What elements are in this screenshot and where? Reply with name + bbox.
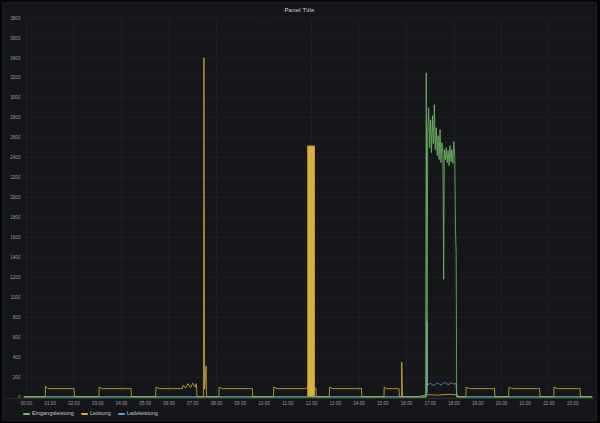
chart-legend: Eingangsleistung Leistung Ladeleistung [23, 409, 158, 418]
y-tick-label: 1000 [10, 295, 21, 300]
y-tick-label: 1800 [10, 215, 21, 220]
y-tick-label: 2800 [10, 115, 21, 120]
x-tick-label: 14:00 [353, 401, 365, 406]
y-tick-label: 800 [13, 315, 21, 320]
y-tick-label: 3000 [10, 95, 21, 100]
y-tick-label: 600 [13, 335, 21, 340]
y-tick-label: 3200 [10, 75, 21, 80]
x-tick-label: 19:00 [472, 401, 484, 406]
legend-label: Eingangsleistung [32, 411, 74, 417]
x-tick-label: 17:00 [425, 401, 437, 406]
y-tick-label: 2200 [10, 175, 21, 180]
y-tick-label: 2600 [10, 135, 21, 140]
x-tick-label: 00:00 [21, 401, 33, 406]
y-tick-label: 3600 [10, 36, 21, 41]
grafana-panel: Panel Title 0200400600800100012001400160… [2, 2, 597, 421]
legend-swatch-yellow-icon [81, 413, 88, 415]
x-tick-label: 16:00 [401, 401, 413, 406]
x-tick-label: 13:00 [330, 401, 342, 406]
x-tick-label: 05:00 [140, 401, 152, 406]
x-tick-label: 23:00 [567, 401, 579, 406]
legend-item-leistung[interactable]: Leistung [81, 411, 111, 417]
legend-item-eingangsleistung[interactable]: Eingangsleistung [23, 411, 74, 417]
y-tick-label: 200 [13, 375, 21, 380]
y-tick-label: 400 [13, 355, 21, 360]
x-tick-label: 20:00 [496, 401, 508, 406]
x-tick-label: 12:00 [306, 401, 318, 406]
legend-label: Leistung [90, 411, 111, 417]
y-tick-label: 1200 [10, 275, 21, 280]
x-tick-label: 01:00 [45, 401, 57, 406]
y-tick-label: 2000 [10, 195, 21, 200]
x-tick-label: 15:00 [377, 401, 389, 406]
chart-canvas: 0200400600800100012001400160018002000220… [3, 3, 596, 420]
x-tick-label: 09:00 [235, 401, 247, 406]
chart-plot-area[interactable] [23, 18, 593, 397]
screenshot-frame: Panel Title 0200400600800100012001400160… [0, 0, 600, 423]
x-tick-label: 18:00 [448, 401, 460, 406]
x-tick-label: 03:00 [92, 401, 104, 406]
y-tick-label: 3800 [10, 16, 21, 21]
x-tick-label: 22:00 [543, 401, 555, 406]
x-tick-label: 06:00 [163, 401, 175, 406]
legend-swatch-blue-icon [118, 413, 125, 415]
y-tick-label: 2400 [10, 155, 21, 160]
y-tick-label: 1400 [10, 255, 21, 260]
x-tick-label: 07:00 [187, 401, 199, 406]
x-tick-label: 04:00 [116, 401, 128, 406]
legend-item-ladeleistung[interactable]: Ladeleistung [118, 411, 158, 417]
y-tick-label: 3400 [10, 56, 21, 61]
x-tick-label: 08:00 [211, 401, 223, 406]
x-tick-label: 11:00 [282, 401, 294, 406]
y-tick-label: 1600 [10, 235, 21, 240]
x-tick-label: 21:00 [520, 401, 532, 406]
legend-label: Ladeleistung [127, 411, 158, 417]
x-tick-label: 02:00 [68, 401, 80, 406]
x-tick-label: 10:00 [258, 401, 270, 406]
legend-swatch-green-icon [23, 413, 30, 415]
